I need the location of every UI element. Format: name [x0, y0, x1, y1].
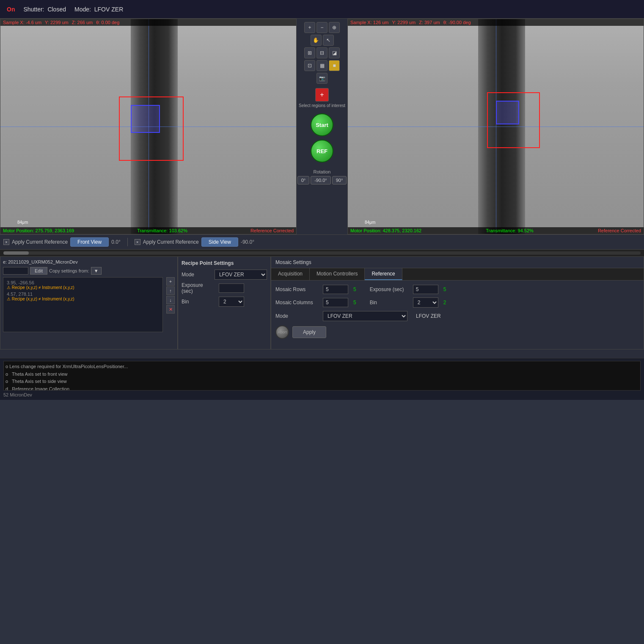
apply-ref-side-label: Apply Current Reference	[143, 239, 199, 245]
mosaic-rows-input[interactable]	[323, 285, 348, 294]
side-ref-corrected: Reference Corrected	[598, 228, 641, 233]
status-msg-0: o Lens change required for XrmUltraPicol…	[6, 363, 638, 371]
front-view-btn[interactable]: Front View	[70, 237, 109, 247]
abort-btn[interactable]: Abort	[275, 325, 289, 339]
side-theta: θ: -90.00 deg	[443, 20, 471, 25]
apply-ref-front-label: Apply Current Reference	[12, 239, 68, 245]
copy-settings-label: Copy settings from:	[49, 268, 89, 273]
list-item: 4.57, 278.11 ⚠ Recipe (x,y,z) ≠ Instrume…	[5, 291, 161, 302]
front-ref-corrected: Reference Corrected	[250, 228, 294, 233]
side-transmittance: Transmittance: 94.52%	[486, 228, 534, 233]
tab-motion-controllers[interactable]: Motion Controllers	[310, 268, 365, 280]
mosaic-exposure-input[interactable]	[413, 285, 438, 294]
front-scale: 84μm	[17, 220, 28, 225]
ref-btn[interactable]: REF	[311, 140, 333, 162]
mosaic-rows-row: Mosaic Rows 5 Exposure (sec) 5	[275, 285, 639, 294]
move-down-btn[interactable]: ↓	[166, 296, 175, 304]
status-msg-1: o Theta Axis set to front view	[6, 371, 638, 378]
status-footer: 52 MicronDev	[3, 392, 641, 397]
mosaic-btn[interactable]: ▦	[316, 60, 328, 71]
rot-90-btn[interactable]: 90°	[332, 176, 347, 184]
tool-row4: 📷	[316, 73, 328, 84]
front-transmittance: Transmittance: 103.62%	[137, 228, 187, 233]
mosaic-mode-select[interactable]: LFOV ZER	[323, 311, 407, 321]
move-up-btn[interactable]: ↑	[166, 286, 175, 295]
recipe-bin-label: Bin	[182, 299, 215, 305]
mosaic-cols-row: Mosaic Columns 5 Bin 2 2	[275, 297, 639, 308]
start-btn[interactable]: Start	[311, 113, 333, 136]
tab-acquisition[interactable]: Acquisition	[271, 268, 310, 280]
apply-row: Abort Apply	[275, 325, 639, 339]
zoom-in-btn[interactable]: +	[304, 22, 315, 33]
recipe-exposure-row: Exposure (sec) 1	[182, 282, 267, 294]
scroll-track[interactable]	[3, 251, 641, 255]
left-toolbar: A Edit Copy settings from: ▼	[3, 267, 175, 275]
side-checkbox[interactable]: ×	[135, 239, 140, 245]
mosaic-mode-row: Mode LFOV ZER LFOV ZER	[275, 311, 639, 321]
status-on: On	[7, 6, 15, 13]
point-input[interactable]: A	[3, 267, 28, 275]
grid-btn[interactable]: ⊞	[304, 47, 315, 58]
mosaic-bin-label: Bin	[370, 300, 408, 305]
front-angle: 0.0°	[111, 239, 120, 245]
tab-reference[interactable]: Reference	[365, 268, 402, 280]
apply-btn[interactable]: Apply	[292, 326, 326, 338]
select-roi-label: Select regions of interest	[299, 103, 345, 108]
cursor-tool-btn[interactable]: ↖	[323, 35, 334, 46]
rotation-btns: 0° -90.0° 90°	[297, 176, 347, 184]
delete-point-btn[interactable]: ✕	[166, 305, 175, 314]
mosaic-cols-input[interactable]	[323, 298, 348, 307]
zoom-fit-btn[interactable]: ⊕	[329, 22, 340, 33]
side-info-bar: Sample X: 126 um Y: 2299 um Z: 397 um θ:…	[348, 19, 644, 26]
recipe-settings-panel: Recipe Point Settings Mode LFOV ZER Expo…	[178, 256, 271, 350]
mosaic-cols-saved: 5	[353, 300, 356, 305]
edit-btn[interactable]: Edit	[30, 267, 47, 275]
top-bar: On Shutter: Closed Mode: LFOV ZER	[0, 0, 644, 19]
add-point-btn[interactable]: +	[166, 277, 175, 286]
rotation-label: Rotation	[297, 169, 347, 174]
mosaic-settings-panel: Mosaic Settings Acquisition Motion Contr…	[271, 256, 644, 350]
grid2-btn[interactable]: ⊟	[316, 47, 328, 58]
recipe-mode-select[interactable]: LFOV ZER	[215, 270, 267, 280]
mosaic-content: Mosaic Rows 5 Exposure (sec) 5 Mosaic Co…	[271, 281, 644, 343]
view-controls-bar: × Apply Current Reference Front View 0.0…	[0, 234, 644, 250]
bottom-panels: e: 20211029_UXRM052_MicronDev A Edit Cop…	[0, 256, 644, 350]
recipe-mode-row: Mode LFOV ZER	[182, 270, 267, 280]
front-checkbox[interactable]: ×	[3, 239, 9, 245]
recipe-bin-select[interactable]: 2	[219, 297, 244, 307]
camera-btn[interactable]: 📷	[316, 73, 328, 84]
overlay-btn[interactable]: ◪	[329, 47, 340, 58]
rot-neg90-btn[interactable]: -90.0°	[311, 176, 330, 184]
side-ctrl-group: × Apply Current Reference Side View -90.…	[135, 237, 254, 247]
point-panel-container: 3.95, -266.56 ⚠ Recipe (x,y,z) ≠ Instrum…	[3, 277, 175, 332]
zoom-out-btn[interactable]: −	[316, 22, 328, 33]
roi-btn[interactable]: +	[315, 88, 329, 102]
scroll-area	[0, 250, 644, 256]
rot-0-btn[interactable]: 0°	[297, 176, 310, 184]
front-motor-pos: Motor Position: 275.759, 2363.169	[3, 228, 74, 233]
side-sample-y: Y: 2299 um	[392, 20, 416, 25]
point-actions: + ↑ ↓ ✕	[166, 277, 175, 332]
side-angle: -90.0°	[241, 239, 254, 245]
mosaic-bin-saved: 2	[443, 300, 446, 305]
left-panel: e: 20211029_UXRM052_MicronDev A Edit Cop…	[0, 256, 178, 350]
front-sample-x: Sample X: -4.6 um	[3, 20, 41, 25]
pan-tool-btn[interactable]: ✋	[311, 35, 322, 46]
status-messages: o Lens change required for XrmUltraPicol…	[3, 361, 641, 391]
copy-settings-dropdown[interactable]: ▼	[91, 267, 102, 275]
recipe-exposure-input[interactable]: 1	[219, 283, 244, 293]
side-view-btn[interactable]: Side View	[201, 237, 238, 247]
recipe-mode-label: Mode	[182, 272, 211, 278]
tool-row1: ✋ ↖	[311, 35, 334, 46]
front-sample-y: Y: 2299 um	[45, 20, 69, 25]
scroll-thumb[interactable]	[3, 251, 29, 255]
front-ctrl-group: × Apply Current Reference Front View 0.0…	[3, 237, 121, 247]
front-info-bar: Sample X: -4.6 um Y: 2299 um Z: 266 um θ…	[0, 19, 296, 26]
zoom-row: + − ⊕	[304, 22, 340, 33]
mosaic-bin-select[interactable]: 2	[413, 297, 438, 308]
list-item: 3.95, -266.56 ⚠ Recipe (x,y,z) ≠ Instrum…	[5, 279, 161, 291]
color-btn[interactable]: ■	[329, 60, 340, 71]
status-msg-3: d Reference Image Collection	[6, 385, 638, 391]
layer-btn[interactable]: ⊡	[304, 60, 315, 71]
status-area: o Lens change required for XrmUltraPicol…	[0, 358, 644, 400]
